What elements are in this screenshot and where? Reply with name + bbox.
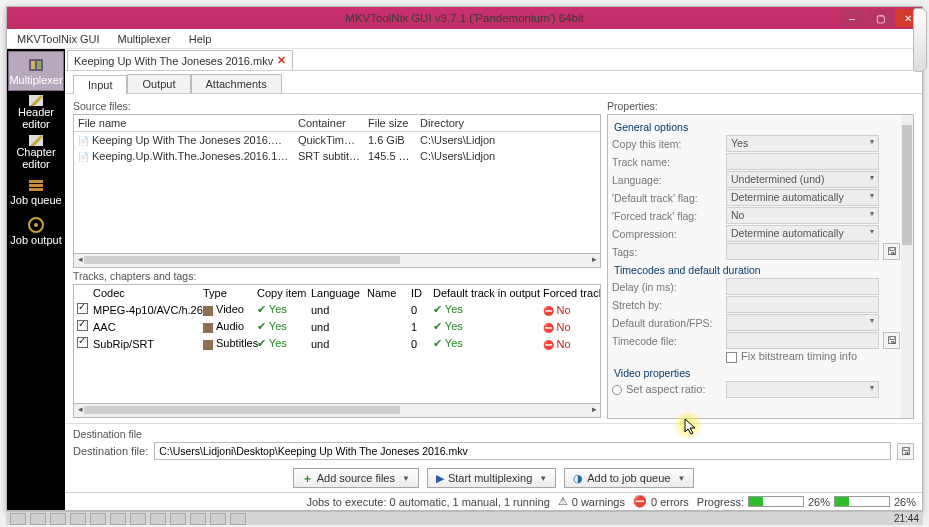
taskbar-app-icon[interactable]: [210, 513, 226, 525]
track-row[interactable]: AAC Audio Yes und 1 Yes No: [74, 318, 600, 335]
track-forced: No: [540, 336, 600, 352]
track-row[interactable]: SubRip/SRT Subtitles Yes und 0 Yes No: [74, 335, 600, 352]
language-label: Language:: [612, 174, 722, 186]
aspect-label[interactable]: Set aspect ratio:: [612, 383, 722, 395]
tab-output[interactable]: Output: [127, 74, 190, 93]
track-name: [364, 342, 408, 346]
destination-browse-button[interactable]: 🖫: [897, 443, 914, 460]
col-filesize[interactable]: File size: [364, 115, 416, 131]
delay-input[interactable]: [726, 278, 879, 295]
file-tab[interactable]: Keeping Up With The Joneses 2016.mkv ✕: [67, 50, 293, 70]
tags-browse-button[interactable]: 🖫: [883, 243, 900, 260]
source-file-name: Keeping.Up.With.The.Joneses.2016.1080p-7…: [74, 148, 294, 164]
file-tab-strip: Keeping Up With The Joneses 2016.mkv ✕: [65, 49, 922, 71]
taskbar-app-icon[interactable]: [150, 513, 166, 525]
start-multiplexing-button[interactable]: ▶Start multiplexing▼: [427, 468, 556, 488]
tags-input[interactable]: [726, 243, 879, 260]
col-name[interactable]: Name: [364, 285, 408, 301]
chevron-down-icon[interactable]: ▼: [402, 474, 410, 483]
source-file-size: 145.5 KiB: [364, 148, 416, 164]
default-flag-select[interactable]: Determine automatically: [726, 189, 879, 206]
fps-select[interactable]: [726, 314, 879, 331]
compression-label: Compression:: [612, 228, 722, 240]
col-language[interactable]: Language: [308, 285, 364, 301]
col-forced[interactable]: Forced track: [540, 285, 600, 301]
window-maximize-button[interactable]: ▢: [867, 9, 893, 27]
titlebar[interactable]: MKVToolNix GUI v9.7.1 ('Pandemonium') 64…: [7, 7, 922, 29]
file-tab-close-icon[interactable]: ✕: [277, 54, 286, 67]
sidebar-item-job-queue[interactable]: Job queue: [8, 171, 64, 211]
aspect-select[interactable]: [726, 381, 879, 398]
col-container[interactable]: Container: [294, 115, 364, 131]
tags-label: Tags:: [612, 246, 722, 258]
forced-flag-select[interactable]: No: [726, 207, 879, 224]
sidebar-item-header-editor[interactable]: Header editor: [8, 91, 64, 131]
start-button[interactable]: [10, 513, 26, 525]
add-source-files-button[interactable]: ＋Add source files▼: [293, 468, 419, 488]
progress-pct-1: 26%: [808, 496, 830, 508]
track-type: Subtitles: [200, 335, 254, 351]
recorder-scroll-handle[interactable]: [913, 8, 927, 72]
window-minimize-button[interactable]: –: [839, 9, 865, 27]
chevron-down-icon[interactable]: ▼: [677, 474, 685, 483]
sidebar-item-multiplexer[interactable]: Multiplexer: [8, 51, 64, 91]
copy-item-select[interactable]: Yes: [726, 135, 879, 152]
copy-item-label: Copy this item:: [612, 138, 722, 150]
tcfile-browse-button[interactable]: 🖫: [883, 332, 900, 349]
track-name-input[interactable]: [726, 153, 879, 170]
fix-bitstream-checkbox[interactable]: Fix bitstream timing info: [726, 350, 879, 363]
source-files-list[interactable]: File name Container File size Directory …: [73, 114, 601, 254]
menu-multiplexer[interactable]: Multiplexer: [112, 31, 177, 47]
taskbar-app-icon[interactable]: [90, 513, 106, 525]
taskbar-app-icon[interactable]: [170, 513, 186, 525]
sidebar-item-job-output[interactable]: Job output: [8, 211, 64, 251]
track-checkbox[interactable]: [77, 320, 88, 331]
tab-input[interactable]: Input: [73, 75, 127, 94]
col-default[interactable]: Default track in output: [430, 285, 540, 301]
taskbar-app-icon[interactable]: [130, 513, 146, 525]
source-files-header: File name Container File size Directory: [74, 115, 600, 132]
source-file-row[interactable]: Keeping.Up.With.The.Joneses.2016.1080p-7…: [74, 148, 600, 164]
plus-icon: ＋: [302, 471, 313, 486]
taskbar-app-icon[interactable]: [110, 513, 126, 525]
sidebar-item-chapter-editor[interactable]: Chapter editor: [8, 131, 64, 171]
tracks-list[interactable]: Codec Type Copy item Language Name ID De…: [73, 284, 601, 404]
taskbar-app-icon[interactable]: [30, 513, 46, 525]
subtitles-icon: [203, 340, 213, 350]
fps-label: Default duration/FPS:: [612, 317, 722, 329]
source-file-row[interactable]: Keeping Up With The Joneses 2016.mp4 Qui…: [74, 132, 600, 148]
track-checkbox[interactable]: [77, 303, 88, 314]
col-type[interactable]: Type: [200, 285, 254, 301]
destination-input[interactable]: [154, 442, 891, 460]
menu-help[interactable]: Help: [183, 31, 218, 47]
stretch-input[interactable]: [726, 296, 879, 313]
compression-select[interactable]: Determine automatically: [726, 225, 879, 242]
taskbar-app-icon[interactable]: [230, 513, 246, 525]
progress-bar-1: [748, 496, 804, 507]
chevron-down-icon[interactable]: ▼: [539, 474, 547, 483]
properties-vscroll[interactable]: [901, 115, 913, 418]
track-copy: Yes: [254, 301, 308, 318]
col-id[interactable]: ID: [408, 285, 430, 301]
add-to-job-queue-button[interactable]: ◑Add to job queue▼: [564, 468, 694, 488]
tcfile-input[interactable]: [726, 332, 879, 349]
taskbar-app-icon[interactable]: [70, 513, 86, 525]
col-codec[interactable]: Codec: [90, 285, 200, 301]
stretch-label: Stretch by:: [612, 299, 722, 311]
source-files-hscroll[interactable]: ◂▸: [73, 254, 601, 268]
tab-attachments[interactable]: Attachments: [191, 74, 282, 93]
track-checkbox[interactable]: [77, 337, 88, 348]
os-taskbar[interactable]: 21:44: [6, 511, 923, 525]
taskbar-app-icon[interactable]: [50, 513, 66, 525]
tracks-hscroll[interactable]: ◂▸: [73, 404, 601, 418]
taskbar-clock[interactable]: 21:44: [894, 513, 919, 524]
col-copy[interactable]: Copy item: [254, 285, 308, 301]
menu-mkvtoolnix[interactable]: MKVToolNix GUI: [11, 31, 106, 47]
taskbar-app-icon[interactable]: [190, 513, 206, 525]
language-select[interactable]: Undetermined (und): [726, 171, 879, 188]
col-directory[interactable]: Directory: [416, 115, 600, 131]
col-filename[interactable]: File name: [74, 115, 294, 131]
track-row[interactable]: MPEG-4p10/AVC/h.264 Video Yes und 0 Yes …: [74, 301, 600, 318]
status-warnings: ⚠0 warnings: [558, 495, 625, 508]
warning-icon: ⚠: [558, 495, 568, 508]
